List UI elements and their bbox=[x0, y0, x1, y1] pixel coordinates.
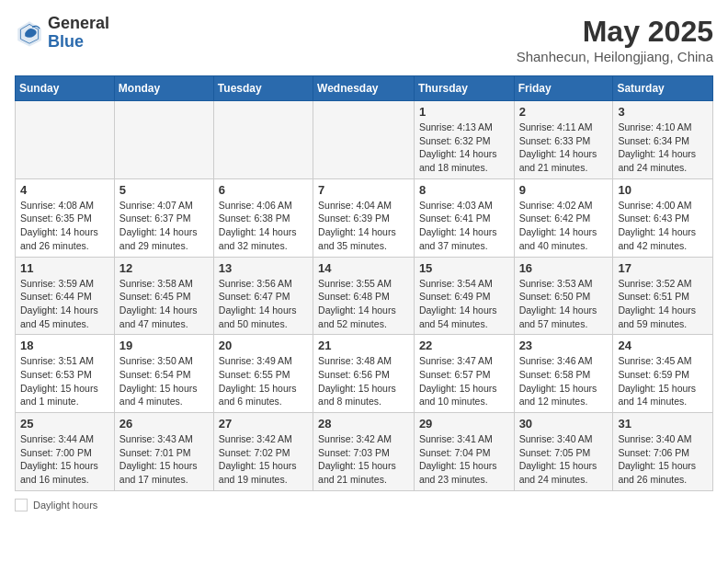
calendar-cell: 6Sunrise: 4:06 AM Sunset: 6:38 PM Daylig… bbox=[213, 178, 313, 257]
calendar-cell: 26Sunrise: 3:43 AM Sunset: 7:01 PM Dayli… bbox=[114, 413, 213, 491]
day-info: Sunrise: 4:08 AM Sunset: 6:35 PM Dayligh… bbox=[20, 199, 109, 253]
day-info: Sunrise: 3:58 AM Sunset: 6:45 PM Dayligh… bbox=[119, 277, 209, 331]
day-info: Sunrise: 3:42 AM Sunset: 7:02 PM Dayligh… bbox=[219, 432, 308, 487]
calendar-table: SundayMondayTuesdayWednesdayThursdayFrid… bbox=[15, 75, 713, 491]
calendar-cell: 2Sunrise: 4:11 AM Sunset: 6:33 PM Daylig… bbox=[514, 101, 613, 179]
day-info: Sunrise: 4:11 AM Sunset: 6:33 PM Dayligh… bbox=[519, 121, 609, 175]
header-thursday: Thursday bbox=[414, 76, 514, 101]
day-number: 10 bbox=[618, 183, 708, 197]
day-number: 15 bbox=[419, 261, 509, 275]
calendar-cell: 11Sunrise: 3:59 AM Sunset: 6:44 PM Dayli… bbox=[16, 257, 115, 335]
day-info: Sunrise: 3:47 AM Sunset: 6:57 PM Dayligh… bbox=[419, 354, 509, 408]
day-info: Sunrise: 4:06 AM Sunset: 6:38 PM Dayligh… bbox=[219, 199, 308, 253]
calendar-cell: 15Sunrise: 3:54 AM Sunset: 6:49 PM Dayli… bbox=[414, 257, 514, 335]
day-info: Sunrise: 3:46 AM Sunset: 6:58 PM Dayligh… bbox=[519, 354, 609, 408]
day-number: 25 bbox=[20, 417, 109, 431]
calendar-cell: 7Sunrise: 4:04 AM Sunset: 6:39 PM Daylig… bbox=[313, 178, 415, 257]
footer-note: Daylight hours bbox=[15, 499, 713, 511]
day-number: 30 bbox=[519, 417, 609, 431]
calendar-title: May 2025 bbox=[517, 15, 713, 49]
day-info: Sunrise: 3:59 AM Sunset: 6:44 PM Dayligh… bbox=[20, 277, 109, 331]
day-number: 14 bbox=[318, 261, 409, 275]
day-number: 3 bbox=[618, 105, 708, 119]
calendar-cell: 17Sunrise: 3:52 AM Sunset: 6:51 PM Dayli… bbox=[613, 257, 713, 335]
day-number: 19 bbox=[119, 339, 209, 352]
header-monday: Monday bbox=[114, 76, 213, 101]
day-info: Sunrise: 3:41 AM Sunset: 7:04 PM Dayligh… bbox=[419, 432, 509, 487]
header-sunday: Sunday bbox=[16, 76, 115, 101]
day-number: 18 bbox=[20, 339, 109, 352]
day-info: Sunrise: 3:44 AM Sunset: 7:00 PM Dayligh… bbox=[20, 432, 109, 487]
day-number: 24 bbox=[618, 339, 708, 352]
header-saturday: Saturday bbox=[613, 76, 713, 101]
calendar-cell: 23Sunrise: 3:46 AM Sunset: 6:58 PM Dayli… bbox=[514, 335, 613, 413]
day-number: 13 bbox=[219, 261, 308, 275]
day-info: Sunrise: 3:56 AM Sunset: 6:47 PM Dayligh… bbox=[219, 277, 308, 331]
header-tuesday: Tuesday bbox=[213, 76, 313, 101]
day-number: 1 bbox=[419, 105, 509, 119]
calendar-cell bbox=[114, 101, 213, 179]
calendar-cell: 31Sunrise: 3:40 AM Sunset: 7:06 PM Dayli… bbox=[613, 413, 713, 491]
calendar-week-row: 25Sunrise: 3:44 AM Sunset: 7:00 PM Dayli… bbox=[16, 413, 713, 491]
day-number: 12 bbox=[119, 261, 209, 275]
calendar-cell: 20Sunrise: 3:49 AM Sunset: 6:55 PM Dayli… bbox=[213, 335, 313, 413]
logo: General Blue bbox=[15, 15, 109, 52]
calendar-cell: 22Sunrise: 3:47 AM Sunset: 6:57 PM Dayli… bbox=[414, 335, 514, 413]
day-number: 16 bbox=[519, 261, 609, 275]
calendar-cell: 5Sunrise: 4:07 AM Sunset: 6:37 PM Daylig… bbox=[114, 178, 213, 257]
day-info: Sunrise: 3:49 AM Sunset: 6:55 PM Dayligh… bbox=[219, 354, 308, 408]
day-info: Sunrise: 4:04 AM Sunset: 6:39 PM Dayligh… bbox=[318, 199, 409, 253]
calendar-cell: 30Sunrise: 3:40 AM Sunset: 7:05 PM Dayli… bbox=[514, 413, 613, 491]
calendar-week-row: 4Sunrise: 4:08 AM Sunset: 6:35 PM Daylig… bbox=[16, 178, 713, 257]
day-info: Sunrise: 3:52 AM Sunset: 6:51 PM Dayligh… bbox=[618, 277, 708, 331]
calendar-cell bbox=[313, 101, 415, 179]
day-info: Sunrise: 3:48 AM Sunset: 6:56 PM Dayligh… bbox=[318, 354, 409, 408]
calendar-cell: 4Sunrise: 4:08 AM Sunset: 6:35 PM Daylig… bbox=[16, 178, 115, 257]
calendar-cell: 14Sunrise: 3:55 AM Sunset: 6:48 PM Dayli… bbox=[313, 257, 415, 335]
calendar-cell: 12Sunrise: 3:58 AM Sunset: 6:45 PM Dayli… bbox=[114, 257, 213, 335]
title-block: May 2025 Shanhecun, Heilongjiang, China bbox=[517, 15, 713, 64]
calendar-cell: 28Sunrise: 3:42 AM Sunset: 7:03 PM Dayli… bbox=[313, 413, 415, 491]
day-info: Sunrise: 3:42 AM Sunset: 7:03 PM Dayligh… bbox=[318, 432, 409, 487]
day-number: 31 bbox=[618, 417, 708, 431]
calendar-cell: 3Sunrise: 4:10 AM Sunset: 6:34 PM Daylig… bbox=[613, 101, 713, 179]
day-info: Sunrise: 3:55 AM Sunset: 6:48 PM Dayligh… bbox=[318, 277, 409, 331]
calendar-cell: 19Sunrise: 3:50 AM Sunset: 6:54 PM Dayli… bbox=[114, 335, 213, 413]
day-number: 17 bbox=[618, 261, 708, 275]
day-info: Sunrise: 3:51 AM Sunset: 6:53 PM Dayligh… bbox=[20, 354, 109, 408]
day-number: 8 bbox=[419, 183, 509, 197]
day-number: 2 bbox=[519, 105, 609, 119]
calendar-subtitle: Shanhecun, Heilongjiang, China bbox=[517, 49, 713, 64]
day-info: Sunrise: 4:03 AM Sunset: 6:41 PM Dayligh… bbox=[419, 199, 509, 253]
day-number: 27 bbox=[219, 417, 308, 431]
calendar-week-row: 11Sunrise: 3:59 AM Sunset: 6:44 PM Dayli… bbox=[16, 257, 713, 335]
logo-general: General bbox=[48, 15, 109, 33]
day-number: 6 bbox=[219, 183, 308, 197]
day-info: Sunrise: 3:40 AM Sunset: 7:06 PM Dayligh… bbox=[618, 432, 708, 487]
logo-blue: Blue bbox=[48, 33, 109, 52]
day-number: 29 bbox=[419, 417, 509, 431]
calendar-cell: 10Sunrise: 4:00 AM Sunset: 6:43 PM Dayli… bbox=[613, 178, 713, 257]
day-info: Sunrise: 3:54 AM Sunset: 6:49 PM Dayligh… bbox=[419, 277, 509, 331]
header-friday: Friday bbox=[514, 76, 613, 101]
day-info: Sunrise: 4:10 AM Sunset: 6:34 PM Dayligh… bbox=[618, 121, 708, 175]
calendar-cell: 18Sunrise: 3:51 AM Sunset: 6:53 PM Dayli… bbox=[16, 335, 115, 413]
calendar-cell: 16Sunrise: 3:53 AM Sunset: 6:50 PM Dayli… bbox=[514, 257, 613, 335]
day-info: Sunrise: 4:13 AM Sunset: 6:32 PM Dayligh… bbox=[419, 121, 509, 175]
day-info: Sunrise: 3:45 AM Sunset: 6:59 PM Dayligh… bbox=[618, 354, 708, 408]
day-number: 28 bbox=[318, 417, 409, 431]
day-number: 4 bbox=[20, 183, 109, 197]
logo-text: General Blue bbox=[48, 15, 109, 52]
calendar-cell: 21Sunrise: 3:48 AM Sunset: 6:56 PM Dayli… bbox=[313, 335, 415, 413]
daylight-label: Daylight hours bbox=[33, 500, 97, 511]
calendar-cell bbox=[16, 101, 115, 179]
calendar-cell: 27Sunrise: 3:42 AM Sunset: 7:02 PM Dayli… bbox=[213, 413, 313, 491]
day-info: Sunrise: 3:53 AM Sunset: 6:50 PM Dayligh… bbox=[519, 277, 609, 331]
day-info: Sunrise: 4:02 AM Sunset: 6:42 PM Dayligh… bbox=[519, 199, 609, 253]
page-header: General Blue May 2025 Shanhecun, Heilong… bbox=[15, 15, 713, 64]
day-info: Sunrise: 4:00 AM Sunset: 6:43 PM Dayligh… bbox=[618, 199, 708, 253]
daylight-box-icon bbox=[15, 499, 28, 511]
calendar-cell: 1Sunrise: 4:13 AM Sunset: 6:32 PM Daylig… bbox=[414, 101, 514, 179]
day-info: Sunrise: 3:50 AM Sunset: 6:54 PM Dayligh… bbox=[119, 354, 209, 408]
logo-icon bbox=[15, 18, 44, 48]
